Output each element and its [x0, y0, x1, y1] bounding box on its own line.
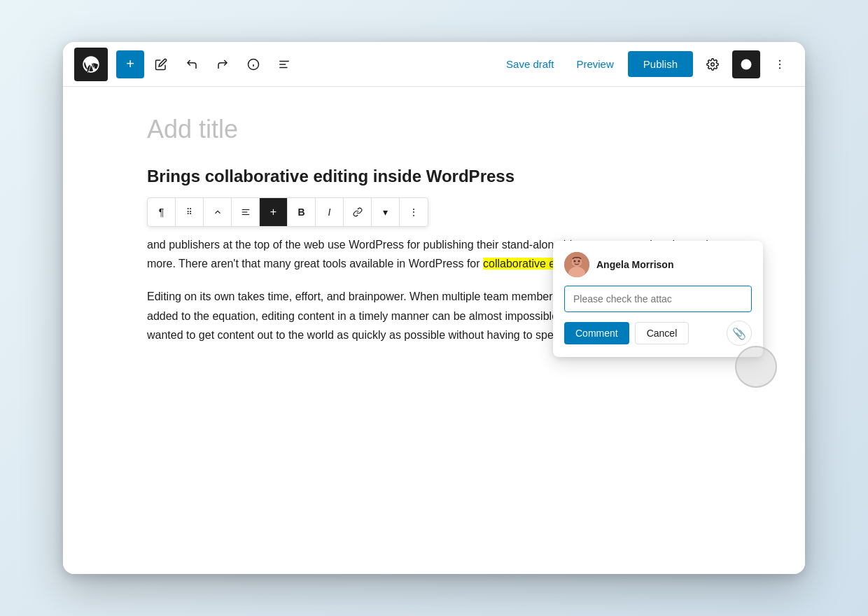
more-options-button[interactable]: [766, 50, 794, 78]
bold-button[interactable]: B: [288, 198, 316, 226]
comment-input[interactable]: [564, 286, 752, 312]
svg-point-8: [744, 62, 748, 66]
redo-button[interactable]: [209, 50, 237, 78]
info-button[interactable]: [239, 50, 267, 78]
editor-toolbar: +: [63, 42, 805, 87]
add-icon: +: [126, 56, 134, 72]
link-button[interactable]: [344, 198, 372, 226]
paperclip-icon: 📎: [732, 327, 746, 340]
svg-point-6: [711, 62, 715, 66]
bold-icon: B: [298, 206, 304, 218]
italic-button[interactable]: I: [316, 198, 344, 226]
move-up-down-button[interactable]: [204, 198, 232, 226]
svg-point-11: [779, 67, 780, 69]
post-heading: Brings collaborative editing inside Word…: [147, 167, 721, 186]
post-title-input[interactable]: Add title: [147, 115, 721, 144]
list-view-button[interactable]: [270, 50, 298, 78]
avatar: [564, 252, 589, 277]
block-toolbar: ¶ ⠿ +: [147, 197, 428, 227]
wp-logo: [74, 48, 108, 81]
more-block-options-button[interactable]: ⋮: [400, 198, 428, 226]
edit-button[interactable]: [147, 50, 175, 78]
chevron-icon: ▾: [383, 206, 388, 218]
more-formats-button[interactable]: ▾: [372, 198, 400, 226]
publish-button[interactable]: Publish: [628, 51, 693, 77]
toolbar-right: Save draft Preview Publish: [498, 50, 794, 78]
italic-icon: I: [328, 206, 331, 218]
cancel-button[interactable]: Cancel: [635, 322, 690, 344]
author-name: Angela Morrison: [596, 259, 673, 270]
paragraph-icon: ¶: [159, 206, 164, 218]
settings-button[interactable]: [699, 50, 727, 78]
arrows-icon: [213, 207, 223, 217]
comment-actions: Comment Cancel 📎: [564, 321, 752, 346]
browser-window: +: [63, 42, 805, 574]
save-draft-button[interactable]: Save draft: [498, 52, 562, 76]
more-icon: ⋮: [409, 206, 419, 218]
insert-icon: +: [270, 206, 276, 218]
add-block-button[interactable]: +: [116, 50, 144, 78]
grid-icon: ⠿: [186, 207, 192, 217]
svg-point-19: [574, 260, 576, 262]
preview-button[interactable]: Preview: [568, 52, 622, 76]
link-icon: [353, 207, 363, 217]
comment-author-row: Angela Morrison: [564, 252, 752, 277]
svg-point-9: [779, 59, 780, 61]
svg-point-20: [578, 260, 580, 262]
align-button[interactable]: [232, 198, 260, 226]
comment-popup: Angela Morrison Comment Cancel 📎: [553, 241, 763, 357]
comment-submit-button[interactable]: Comment: [564, 322, 629, 344]
attach-button[interactable]: 📎: [727, 321, 752, 346]
undo-button[interactable]: [178, 50, 206, 78]
insert-button[interactable]: +: [260, 198, 288, 226]
drag-handle-button[interactable]: ⠿: [176, 198, 204, 226]
align-icon: [241, 207, 251, 217]
paragraph-type-button[interactable]: ¶: [148, 198, 176, 226]
editor-content: Add title Brings collaborative editing i…: [63, 87, 805, 574]
svg-point-10: [779, 63, 780, 64]
comments-button[interactable]: [732, 50, 760, 78]
